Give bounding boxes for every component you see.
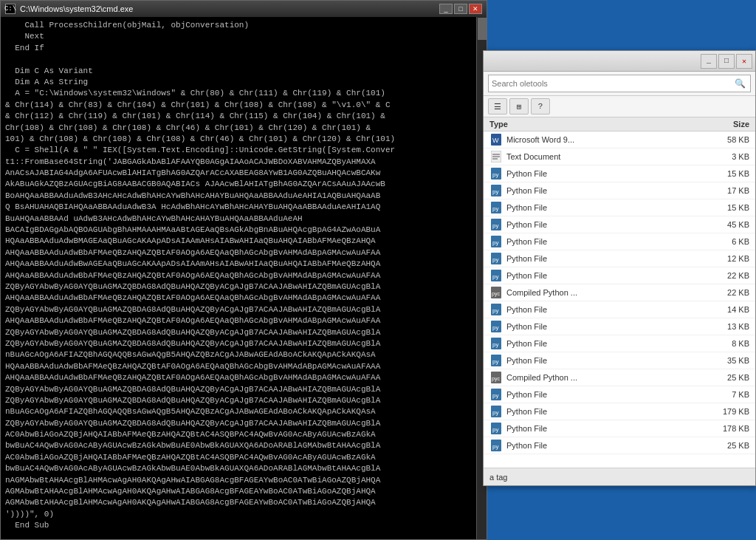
column-headers: Type Size <box>484 117 755 131</box>
svg-text:py: py <box>492 426 498 433</box>
file-icon: py <box>489 354 503 367</box>
help-button[interactable]: ? <box>531 98 550 115</box>
size-column-header: Size <box>705 120 749 129</box>
cmd-window-buttons: _ □ ✕ <box>439 4 482 14</box>
svg-text:py: py <box>492 443 498 450</box>
file-size: 179 KB <box>705 407 749 416</box>
file-icon: py <box>489 405 503 418</box>
file-name: Python File <box>506 186 705 195</box>
file-name: Python File <box>506 203 705 212</box>
file-name: Compiled Python ... <box>506 288 705 297</box>
file-icon: py <box>489 337 503 350</box>
cmd-scrollbar-thumb[interactable] <box>478 18 487 40</box>
file-list-item[interactable]: pyPython File25 KB <box>484 437 755 454</box>
file-list-item[interactable]: pyPython File8 KB <box>484 335 755 352</box>
maximize-button[interactable]: □ <box>454 4 467 14</box>
file-icon: W <box>489 133 503 146</box>
type-column-header: Type <box>489 120 705 129</box>
search-input[interactable] <box>492 79 729 88</box>
toolbar: ☰ ⊞ ? <box>484 96 755 117</box>
file-list-item[interactable]: pyPython File7 KB <box>484 386 755 403</box>
search-icon[interactable]: 🔍 <box>732 76 747 91</box>
file-browser-window: _ □ ✕ 🔍 ☰ ⊞ ? Type Size WMicrosoft Word … <box>483 50 756 486</box>
svg-text:py: py <box>492 324 498 331</box>
file-size: 13 KB <box>705 322 749 331</box>
file-list-item[interactable]: pycCompiled Python ...25 KB <box>484 369 755 386</box>
file-name: Python File <box>506 407 705 416</box>
file-name: Python File <box>506 169 705 178</box>
file-name: Python File <box>506 441 705 450</box>
file-icon: py <box>489 167 503 180</box>
file-name: Python File <box>506 322 705 331</box>
file-size: 25 KB <box>705 441 749 450</box>
file-icon: py <box>489 235 503 248</box>
file-name: Microsoft Word 9... <box>506 135 705 144</box>
svg-text:pyc: pyc <box>492 376 500 382</box>
file-list-item[interactable]: pycCompiled Python ...22 KB <box>484 284 755 301</box>
file-list-item[interactable]: pyPython File6 KB <box>484 233 755 250</box>
status-bar: a tag <box>484 468 755 485</box>
svg-text:W: W <box>492 137 499 144</box>
close-button[interactable]: ✕ <box>469 4 482 14</box>
svg-text:py: py <box>492 188 498 195</box>
svg-text:py: py <box>492 273 498 280</box>
file-list-item[interactable]: pyPython File13 KB <box>484 318 755 335</box>
file-name: Python File <box>506 254 705 263</box>
svg-text:py: py <box>492 205 498 212</box>
file-icon: pyc <box>489 286 503 299</box>
file-size: 35 KB <box>705 356 749 365</box>
file-maximize-button[interactable]: □ <box>718 54 735 69</box>
file-size: 8 KB <box>705 339 749 348</box>
file-list-item[interactable]: pyPython File12 KB <box>484 250 755 267</box>
file-size: 15 KB <box>705 169 749 178</box>
file-list-item[interactable]: Text Document3 KB <box>484 148 755 165</box>
file-icon: py <box>489 303 503 316</box>
list-view-button[interactable]: ☰ <box>488 98 507 115</box>
minimize-button[interactable]: _ <box>439 4 453 14</box>
svg-text:py: py <box>492 341 498 348</box>
cmd-window: C:\ C:\Windows\system32\cmd.exe _ □ ✕ Ca… <box>0 0 487 540</box>
file-size: 14 KB <box>705 305 749 314</box>
file-list-item[interactable]: pyPython File17 KB <box>484 182 755 199</box>
svg-text:py: py <box>492 222 498 229</box>
status-text: a tag <box>489 473 507 482</box>
file-list-item[interactable]: WMicrosoft Word 9...58 KB <box>484 131 755 148</box>
file-icon: py <box>489 252 503 265</box>
cmd-icon: C:\ <box>5 4 16 14</box>
file-list-item[interactable]: pyPython File14 KB <box>484 301 755 318</box>
file-list-item[interactable]: pyPython File179 KB <box>484 403 755 420</box>
file-icon: py <box>489 320 503 333</box>
file-icon: py <box>489 218 503 231</box>
file-name: Python File <box>506 339 705 348</box>
file-name: Python File <box>506 305 705 314</box>
file-icon <box>489 150 503 163</box>
file-list-item[interactable]: pyPython File22 KB <box>484 267 755 284</box>
file-size: 25 KB <box>705 373 749 382</box>
file-list-item[interactable]: pyPython File45 KB <box>484 216 755 233</box>
file-list-item[interactable]: pyPython File15 KB <box>484 199 755 216</box>
file-window-buttons: _ □ ✕ <box>701 54 752 69</box>
file-list: WMicrosoft Word 9...58 KBText Document3 … <box>484 131 755 468</box>
file-list-item[interactable]: pyPython File35 KB <box>484 352 755 369</box>
cmd-content: Call ProcessChildren(objMail, objConvers… <box>1 17 487 539</box>
file-minimize-button[interactable]: _ <box>701 54 717 69</box>
svg-text:py: py <box>492 358 498 365</box>
file-name: Python File <box>506 237 705 246</box>
detail-view-button[interactable]: ⊞ <box>509 98 529 115</box>
svg-text:py: py <box>492 409 498 416</box>
file-name: Python File <box>506 390 705 399</box>
file-size: 17 KB <box>705 186 749 195</box>
file-titlebar: _ □ ✕ <box>484 51 755 72</box>
svg-text:py: py <box>492 392 498 399</box>
file-close-button[interactable]: ✕ <box>736 54 752 69</box>
file-size: 6 KB <box>705 237 749 246</box>
file-name: Text Document <box>506 152 705 161</box>
file-size: 45 KB <box>705 220 749 229</box>
file-list-item[interactable]: pyPython File15 KB <box>484 165 755 182</box>
file-name: Python File <box>506 356 705 365</box>
file-size: 7 KB <box>705 390 749 399</box>
cmd-title: C:\Windows\system32\cmd.exe <box>20 4 435 13</box>
file-icon: pyc <box>489 371 503 384</box>
file-list-item[interactable]: pyPython File178 KB <box>484 420 755 437</box>
cmd-titlebar: C:\ C:\Windows\system32\cmd.exe _ □ ✕ <box>1 1 487 17</box>
